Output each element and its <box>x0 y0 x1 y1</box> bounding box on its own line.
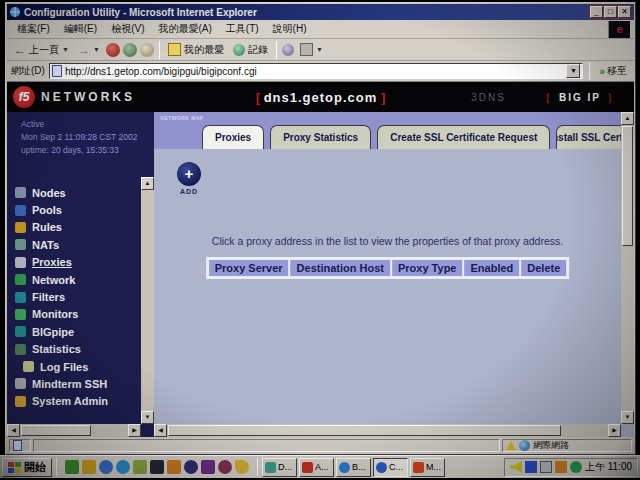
address-dropdown-icon[interactable]: ▼ <box>566 64 580 78</box>
task-button-4-active[interactable]: C... <box>373 458 408 477</box>
go-button[interactable]: » 移至 <box>596 64 630 78</box>
print-button[interactable]: ▼ <box>297 42 326 57</box>
scrollbar-thumb[interactable] <box>168 425 561 436</box>
scroll-right-icon[interactable]: ▶ <box>128 424 141 437</box>
tab-install-ssl-certificate[interactable]: Install SSL Certif <box>556 125 621 149</box>
add-icon[interactable]: + <box>177 162 201 186</box>
scroll-up-icon[interactable]: ▲ <box>141 177 154 190</box>
internet-globe-icon <box>519 440 530 451</box>
task-button-2[interactable]: A... <box>299 458 334 477</box>
scroll-left-icon[interactable]: ◀ <box>7 424 20 437</box>
scroll-down-icon[interactable]: ▼ <box>141 411 154 424</box>
sidebar-item-nats[interactable]: NATs <box>15 236 138 253</box>
forward-button[interactable]: → ▼ <box>75 42 103 58</box>
task-button-1[interactable]: D... <box>262 458 297 477</box>
scrollbar-thumb[interactable] <box>21 425 91 436</box>
column-proxy-type[interactable]: Proxy Type <box>392 260 463 276</box>
browser-status-bar: 網際網路 <box>7 437 634 453</box>
sidebar-item-monitors[interactable]: Monitors <box>15 306 138 323</box>
proxies-icon <box>15 257 26 268</box>
sidebar-item-mindterm-ssh[interactable]: Mindterm SSH <box>15 375 138 392</box>
quick-launch-icon[interactable] <box>235 460 249 474</box>
toolbar-separator <box>159 41 160 59</box>
menu-help[interactable]: 說明(H) <box>267 20 313 38</box>
tab-create-ssl-certificate-request[interactable]: Create SSL Certificate Request <box>377 125 550 149</box>
stop-button[interactable] <box>106 43 120 57</box>
browser-window: Configuration Utility - Microsoft Intern… <box>5 2 636 455</box>
proxy-table-header-row: Proxy Server Destination Host Proxy Type… <box>209 260 567 276</box>
scroll-up-icon[interactable]: ▲ <box>621 112 634 125</box>
quick-launch-icon[interactable] <box>99 460 113 474</box>
menu-file[interactable]: 檔案(F) <box>11 20 56 38</box>
print-dropdown-icon[interactable]: ▼ <box>316 46 323 53</box>
volume-icon[interactable] <box>510 461 522 473</box>
quick-launch-icon[interactable] <box>218 460 232 474</box>
sidebar-item-network[interactable]: Network <box>15 271 138 288</box>
quick-launch-icon[interactable] <box>150 460 164 474</box>
sidebar-item-bigpipe[interactable]: BIGpipe <box>15 323 138 340</box>
refresh-button[interactable] <box>123 43 137 57</box>
address-input[interactable] <box>65 66 567 77</box>
minimize-button[interactable]: _ <box>590 6 603 18</box>
address-bar: 網址(D) ▼ » 移至 <box>7 61 634 82</box>
quick-launch-icon[interactable] <box>201 460 215 474</box>
back-button[interactable]: ← 上一頁 ▼ <box>11 42 72 58</box>
mail-button[interactable] <box>282 44 294 56</box>
task-button-3[interactable]: B... <box>336 458 371 477</box>
scrollbar-thumb[interactable] <box>622 126 633 246</box>
tray-icon[interactable] <box>570 461 582 473</box>
network-icon <box>15 274 26 285</box>
column-proxy-server[interactable]: Proxy Server <box>209 260 289 276</box>
scroll-right-icon[interactable]: ▶ <box>608 424 621 437</box>
favorites-button[interactable]: 我的最愛 <box>165 42 227 58</box>
app-icon <box>413 462 424 473</box>
go-label: 移至 <box>607 64 627 78</box>
sidebar-item-log-files[interactable]: Log Files <box>15 358 138 375</box>
tab-proxy-statistics[interactable]: Proxy Statistics <box>270 125 371 149</box>
menu-view[interactable]: 檢視(V) <box>105 20 150 38</box>
tab-proxies[interactable]: Proxies <box>202 125 264 149</box>
menu-favorites[interactable]: 我的最愛(A) <box>152 20 217 38</box>
sidebar-item-nodes[interactable]: Nodes <box>15 184 138 201</box>
sidebar-item-statistics[interactable]: Statistics <box>15 341 138 358</box>
statistics-icon <box>15 344 26 355</box>
scroll-left-icon[interactable]: ◀ <box>154 424 167 437</box>
menu-tools[interactable]: 工具(T) <box>220 20 265 38</box>
display-icon[interactable] <box>540 461 552 473</box>
sidebar-item-pools[interactable]: Pools <box>15 201 138 218</box>
add-proxy-control[interactable]: + ADD <box>174 162 204 195</box>
column-delete[interactable]: Delete <box>521 260 566 276</box>
tray-icon[interactable] <box>555 461 567 473</box>
quick-launch-icon[interactable] <box>82 460 96 474</box>
sidebar-item-system-admin[interactable]: System Admin <box>15 393 138 410</box>
close-button[interactable]: ✕ <box>618 6 631 18</box>
start-button[interactable]: 開始 <box>2 458 52 477</box>
menu-edit[interactable]: 編輯(E) <box>58 20 103 38</box>
history-button[interactable]: 記錄 <box>230 42 271 58</box>
sidebar-vertical-scrollbar[interactable]: ▲ ▼ <box>141 177 154 424</box>
address-field[interactable]: ▼ <box>49 63 584 79</box>
column-enabled[interactable]: Enabled <box>464 260 519 276</box>
network-map-button[interactable]: NETWORK MAP <box>160 114 204 121</box>
back-dropdown-icon[interactable]: ▼ <box>62 46 69 53</box>
forward-dropdown-icon[interactable]: ▼ <box>93 46 100 53</box>
tray-icon[interactable] <box>525 461 537 473</box>
home-button[interactable] <box>140 43 154 57</box>
quick-launch-icon[interactable] <box>167 460 181 474</box>
task-button-5[interactable]: M... <box>410 458 445 477</box>
quick-launch-icon[interactable] <box>133 460 147 474</box>
scroll-down-icon[interactable]: ▼ <box>621 411 634 424</box>
main-vertical-scrollbar[interactable]: ▲ ▼ <box>621 112 634 424</box>
quick-launch-icon[interactable] <box>184 460 198 474</box>
sidebar-horizontal-scrollbar[interactable]: ◀ ▶ <box>7 424 141 437</box>
quick-launch-icon[interactable] <box>116 460 130 474</box>
nats-icon <box>15 239 26 250</box>
column-destination-host[interactable]: Destination Host <box>291 260 390 276</box>
sidebar-item-filters[interactable]: Filters <box>15 288 138 305</box>
quick-launch-icon[interactable] <box>65 460 79 474</box>
main-horizontal-scrollbar[interactable]: ◀ ▶ <box>154 424 621 437</box>
maximize-button[interactable]: □ <box>604 6 617 18</box>
page-viewport: f5 NETWORKS [ dns1.getop.com ] 3DNS ❲ BI… <box>7 82 634 437</box>
sidebar-item-proxies[interactable]: Proxies <box>15 254 138 271</box>
sidebar-item-rules[interactable]: Rules <box>15 219 138 236</box>
